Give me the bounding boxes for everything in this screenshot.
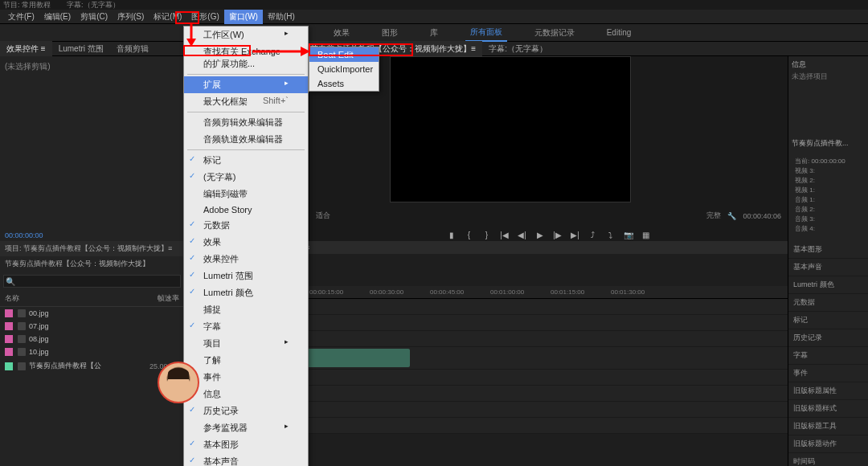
project-item[interactable]: 00.jpg [0, 307, 184, 320]
ws-tab-library[interactable]: 库 [425, 25, 443, 41]
menubar: 文件(F) 编辑(E) 剪辑(C) 序列(S) 标记(M) 图形(G) 窗口(W… [0, 10, 868, 24]
menu-edit[interactable]: 编辑(E) [39, 10, 76, 24]
ws-tab-effects[interactable]: 效果 [329, 25, 354, 41]
mark-out-btn[interactable]: { [464, 229, 475, 240]
tab-audio-clip[interactable]: 音频剪辑 [110, 41, 155, 57]
menu-help[interactable]: 帮助(H) [263, 10, 300, 24]
rl-item[interactable]: 时间码 [788, 453, 868, 466]
menu-item[interactable]: 参考监视器▸ [184, 419, 308, 436]
rl-item[interactable]: 旧版标题样式 [788, 400, 868, 418]
submenu-item[interactable]: Assets [309, 76, 379, 91]
rl-item[interactable]: 元数据 [788, 294, 868, 312]
submenu-item[interactable]: QuickImporter [309, 62, 379, 76]
rl-item[interactable]: 历史记录 [788, 329, 868, 347]
menu-file[interactable]: 文件(F) [3, 10, 39, 24]
rl-item[interactable]: 旧版标题属性 [788, 382, 868, 400]
comparison-btn[interactable]: ▦ [641, 229, 652, 240]
menu-item[interactable]: 扩展▸ [184, 76, 308, 93]
window-menu-dropdown: 工作区(W)▸查找有关 Exchange 的扩展功能...扩展▸最大化框架Shi… [183, 26, 309, 466]
item-label: 10.jpg [29, 348, 49, 356]
project-search[interactable]: 🔍 [3, 275, 181, 288]
program-full[interactable]: 完整 [706, 211, 721, 221]
info-title: 信息 [792, 59, 865, 70]
col-name[interactable]: 名称 [5, 293, 139, 304]
menu-item[interactable]: 音频剪辑效果编辑器 [184, 114, 308, 131]
menu-item[interactable]: 捕捉 [184, 301, 308, 318]
project-item[interactable]: 07.jpg [0, 320, 184, 333]
ws-tab-metadata[interactable]: 元数据记录 [530, 25, 579, 41]
rl-item[interactable]: 旧版标题动作 [788, 435, 868, 453]
item-label: 节奏剪点插件教程【公 [29, 361, 149, 371]
menu-item[interactable]: 编辑到磁带 [184, 186, 308, 202]
menu-item[interactable]: 了解 [184, 352, 308, 369]
rl-item[interactable]: Lumetri 颜色 [788, 276, 868, 294]
menu-item[interactable]: ✓效果 [184, 234, 308, 251]
tab-lumetri-scopes[interactable]: Lumetri 范围 [52, 41, 110, 57]
menu-item[interactable]: ✓字幕 [184, 318, 308, 335]
workspace-bar: 编辑 颜色 效果 图形 库 所有面板 元数据记录 Editing [0, 24, 868, 42]
ruler-tick: 00:01:30:00 [611, 288, 671, 296]
mark-in-btn[interactable]: ▮ [446, 229, 457, 240]
menu-item[interactable]: ✓(无字幕) [184, 169, 308, 186]
step-fwd-btn[interactable]: |▶ [552, 229, 563, 240]
tab-effect-controls[interactable]: 效果控件 ≡ [0, 41, 52, 57]
search-input[interactable] [3, 275, 181, 288]
submenu-item[interactable]: Beat Edit [309, 47, 379, 62]
ws-tab-graphics[interactable]: 图形 [377, 25, 403, 41]
go-out-btn[interactable]: ▶| [570, 229, 581, 240]
ws-tab-allpanels[interactable]: 所有面板 [465, 24, 507, 42]
tab-caption[interactable]: 字幕:（无字幕） [482, 41, 554, 57]
menu-item[interactable]: ✓元数据 [184, 217, 308, 234]
project-item[interactable]: 10.jpg [0, 345, 184, 358]
menu-item[interactable]: 音频轨道效果编辑器 [184, 131, 308, 148]
step-back-btn[interactable]: ◀| [517, 229, 528, 240]
menu-item[interactable]: 工作区(W)▸ [184, 27, 308, 43]
rl-item[interactable]: 事件 [788, 365, 868, 382]
menu-item[interactable]: ✓效果控件 [184, 251, 308, 268]
play-btn[interactable]: ▶ [534, 229, 546, 240]
menu-item[interactable]: Adobe Story [184, 202, 308, 217]
rl-item[interactable]: 旧版标题工具 [788, 418, 868, 435]
transport-bar: ▮ { } |◀ ◀| ▶ |▶ ▶| ⤴ ⤵ 📷 ▦ [309, 226, 788, 243]
extract-btn[interactable]: ⤵ [605, 229, 616, 240]
export-frame-btn[interactable]: 📷 [623, 229, 634, 240]
menu-item[interactable]: 项目▸ [184, 335, 308, 352]
project-item[interactable]: 08.jpg [0, 333, 184, 345]
sequence-icon [18, 362, 26, 370]
rl-item[interactable]: 标记 [788, 312, 868, 329]
menu-item[interactable]: ✓Lumetri 颜色 [184, 284, 308, 301]
menu-window[interactable]: 窗口(W) [224, 10, 263, 24]
rl-item[interactable]: 字幕 [788, 347, 868, 365]
lift-btn[interactable]: ⤴ [588, 229, 599, 240]
go-in-btn[interactable]: |◀ [499, 229, 510, 240]
project-tab[interactable]: 项目: 节奏剪点插件教程【公众号：视频制作大拢】≡ [0, 241, 184, 256]
ws-tab-editing[interactable]: Editing [602, 26, 637, 39]
info-v2: 视频 2: [795, 176, 815, 185]
menu-item[interactable]: ✓信息 [184, 386, 308, 403]
menu-item[interactable]: ✓历史记录 [184, 403, 308, 419]
project-subtitle: 节奏剪点插件教程【公众号：视频制作大拢】 [0, 256, 184, 272]
program-tc-right: 00:00:40:06 [743, 212, 781, 220]
menu-item[interactable]: ✓基本图形 [184, 436, 308, 453]
menu-item[interactable]: ✓基本声音 [184, 453, 308, 466]
rl-item[interactable]: 基本图形 [788, 241, 868, 259]
program-fit[interactable]: 适合 [316, 211, 330, 221]
menu-clip[interactable]: 剪辑(C) [76, 10, 113, 24]
menu-marker[interactable]: 标记(M) [149, 10, 186, 24]
mark-clip-btn[interactable]: } [481, 229, 493, 240]
program-video-area[interactable] [390, 56, 631, 202]
rl-item[interactable]: 基本声音 [788, 259, 868, 276]
menu-sequence[interactable]: 序列(S) [113, 10, 149, 24]
ruler-tick: 00:00:30:00 [370, 288, 430, 296]
menu-graphics[interactable]: 图形(G) [186, 10, 223, 24]
menu-item[interactable]: ✓事件 [184, 369, 308, 386]
menu-item[interactable]: ✓Lumetri 范围 [184, 268, 308, 284]
menu-item[interactable]: ✓标记 [184, 152, 308, 169]
item-label: 08.jpg [29, 335, 49, 343]
right-panel-list: 基本图形 基本声音 Lumetri 颜色 元数据 标记 历史记录 字幕 事件 旧… [788, 241, 868, 466]
titlebar: 节目: 常用教程 字幕:（无字幕） [0, 0, 868, 10]
project-item[interactable]: 节奏剪点插件教程【公25.00 fps [0, 358, 184, 374]
menu-item[interactable]: 最大化框架Shift+` [184, 93, 308, 110]
wrench-icon[interactable]: 🔧 [727, 212, 736, 220]
col-framerate[interactable]: 帧速率 [139, 293, 179, 304]
